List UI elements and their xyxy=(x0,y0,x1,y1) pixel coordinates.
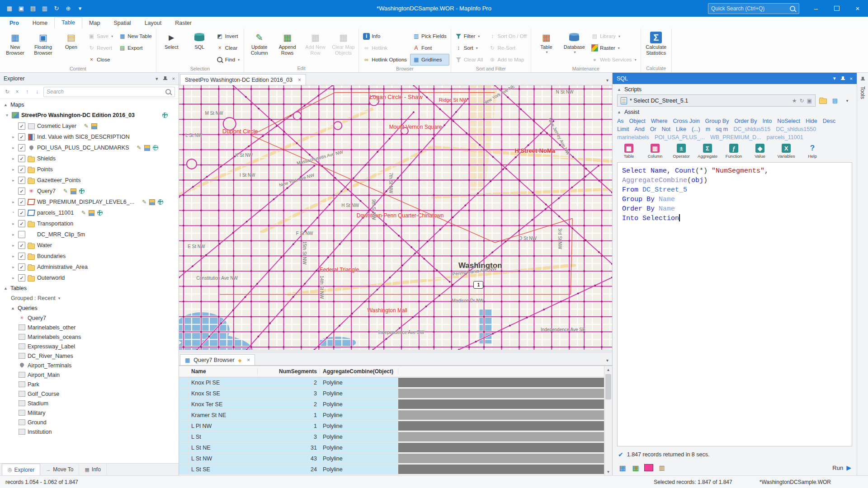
cell-name[interactable]: L St xyxy=(189,432,258,442)
layer-row-poi-usa-plus-dc-landmarks[interactable]: ▸✓POI_USA_PLUS_DC_LANDMARKS✎ xyxy=(0,142,179,153)
cell-object[interactable]: Polyline xyxy=(320,453,398,464)
update-column-button[interactable]: ✎Update Column xyxy=(245,29,273,65)
layer-visibility-checkbox[interactable]: ✓ xyxy=(18,122,25,130)
sql-button[interactable]: SQL xyxy=(186,29,213,66)
save-workspace-icon[interactable]: ▥ xyxy=(40,4,50,14)
clear-button[interactable]: ×Clear xyxy=(214,42,242,54)
layer-row-boundaries[interactable]: ▸✓Boundaries xyxy=(0,251,179,262)
horizontal-splitter[interactable] xyxy=(179,350,612,353)
layer-visibility-checkbox[interactable]: ✓ xyxy=(18,144,25,151)
layer-visibility-checkbox[interactable]: ✓ xyxy=(18,155,25,162)
table-row[interactable]: Kramer St NE1Polyline xyxy=(179,410,604,421)
assist-table-wb-premium-d[interactable]: WB_PREMIUM_D... xyxy=(710,134,761,141)
layer-row-water[interactable]: ▸✓Water xyxy=(0,240,179,251)
dropdown-caret-icon[interactable]: ▾ xyxy=(58,296,61,300)
cell-name[interactable]: L St SE xyxy=(189,464,258,474)
info-button[interactable]: iInfo xyxy=(360,30,410,42)
expander-icon[interactable]: ▸ xyxy=(11,232,16,237)
assist-keyword-cross-join[interactable]: Cross Join xyxy=(673,118,700,124)
assist-tool-aggregate[interactable]: ΣAggregate xyxy=(696,144,719,159)
expander-icon[interactable]: ▾ xyxy=(5,113,9,117)
map-document-row[interactable]: ▾StreetPro Washington-DC Edition 2016_03 xyxy=(0,110,179,121)
assist-keyword-object[interactable]: Object xyxy=(629,118,646,124)
layer-row-cosmetic-layer[interactable]: ✓Cosmetic Layer✎ xyxy=(0,121,179,131)
move-down-icon[interactable]: ↓ xyxy=(33,88,41,95)
cell-object[interactable]: Polyline xyxy=(320,388,398,399)
refresh-icon[interactable]: ↻ xyxy=(4,88,11,95)
panel-menu-icon[interactable]: ▾ xyxy=(156,76,158,82)
query-row-stadium[interactable]: Stadium xyxy=(0,399,179,408)
cell-object[interactable]: Polyline xyxy=(320,410,398,420)
assist-keyword-group-by[interactable]: Group By xyxy=(705,118,729,124)
layer-row-query7[interactable]: ✓✳Query7✎ xyxy=(0,186,179,197)
cell-numsegments[interactable]: 31 xyxy=(258,442,320,453)
open-button[interactable]: ▤Open xyxy=(57,29,85,66)
layer-visibility-checkbox[interactable]: ✓ xyxy=(18,274,25,282)
layer-style-icon[interactable] xyxy=(71,188,76,194)
edit-style-icon[interactable]: ✎ xyxy=(63,188,68,194)
map-window-tab[interactable]: StreetPro Washington-DC Edition 2016_03 … xyxy=(180,74,306,85)
gridlines-button[interactable]: ▦Gridlines xyxy=(410,54,449,66)
layer-row-parcels-11001[interactable]: *✓parcels_11001✎ xyxy=(0,207,179,218)
edit-style-icon[interactable]: ✎ xyxy=(84,123,89,129)
layer-row-ind-value-with-sic8-description[interactable]: ▸✓Ind. Value with SIC8_DESCRIPTION xyxy=(0,131,179,142)
layer-visibility-checkbox[interactable]: ✓ xyxy=(18,209,25,216)
export-button[interactable]: ▤Export xyxy=(116,42,155,54)
assist-table-poi-usa-plus[interactable]: POI_USA_PLUS_... xyxy=(655,134,705,141)
panel-tab-move-to[interactable]: →Move To xyxy=(40,464,79,475)
expander-icon[interactable]: ▸ xyxy=(11,145,16,150)
cell-name[interactable]: L Pl NW xyxy=(189,421,258,431)
ribbon-tab-map[interactable]: Map xyxy=(82,18,107,28)
ribbon-tab-spatial[interactable]: Spatial xyxy=(107,18,137,28)
cell-name[interactable]: Knox Ter SE xyxy=(189,399,258,409)
collapse-icon[interactable]: ▲ xyxy=(617,110,621,114)
scripts-section-header[interactable]: ▲ Scripts xyxy=(613,84,857,94)
script-dropdown-icon[interactable]: ▾ xyxy=(842,95,852,106)
append-rows-button[interactable]: ▦Append Rows xyxy=(274,29,301,65)
assist-keyword-like[interactable]: Like xyxy=(676,126,686,132)
table-row[interactable]: L St3Polyline xyxy=(179,432,604,442)
table-row[interactable]: Knox St SE3Polyline xyxy=(179,388,604,399)
window-list-dropdown-icon[interactable]: ▾ xyxy=(606,78,609,83)
layer-style-icon[interactable] xyxy=(149,199,155,205)
query-row-marinelabels-other[interactable]: Marinelabels_other xyxy=(0,323,179,332)
layer-style-icon[interactable] xyxy=(89,210,94,216)
quick-search-input[interactable] xyxy=(708,5,790,12)
assist-tool-function[interactable]: ƒFunction xyxy=(722,144,745,159)
cell-object[interactable]: Polyline xyxy=(320,432,398,442)
assist-table-marinelabels[interactable]: marinelabels xyxy=(617,134,649,141)
new-browser-icon[interactable]: ▣ xyxy=(16,4,26,14)
move-up-icon[interactable]: ↑ xyxy=(24,88,31,95)
assist-keyword-into[interactable]: Into xyxy=(762,118,772,124)
table-row[interactable]: L Pl NW1Polyline xyxy=(179,421,604,432)
view-grid-button[interactable]: ▦ xyxy=(631,463,640,472)
assist-table-dc-shldus515[interactable]: DC_shldus515 xyxy=(733,126,770,132)
refresh-script-icon[interactable]: ↻ xyxy=(800,98,804,104)
floating-browser-button[interactable]: ▣Floating Browser xyxy=(29,29,57,66)
zoom-to-layer-icon[interactable] xyxy=(158,199,163,205)
cell-name[interactable]: Knox Pl SE xyxy=(189,377,258,388)
save-script-icon[interactable]: ▣ xyxy=(807,98,812,104)
scroll-up-icon[interactable]: ▲ xyxy=(604,366,612,373)
assist-tool-help[interactable]: ?Help xyxy=(801,144,824,159)
assist-tool-column[interactable]: ▥Column xyxy=(643,144,667,159)
cell-object[interactable]: Polyline xyxy=(320,442,398,453)
filter-button[interactable]: Filter▾ xyxy=(453,30,486,42)
table-row[interactable]: L St NW43Polyline xyxy=(179,453,604,464)
table-row[interactable]: L St SE24Polyline xyxy=(179,464,604,475)
close-icon[interactable]: × xyxy=(850,76,853,81)
row-selector[interactable] xyxy=(179,388,189,399)
table-row[interactable]: Knox Pl SE2Polyline xyxy=(179,377,604,388)
query-row-golf-course[interactable]: Golf_Course xyxy=(0,389,179,399)
tools-tab[interactable]: Tools xyxy=(859,86,866,99)
customize-qat-icon[interactable]: ▾ xyxy=(75,4,85,14)
column-header-aggregatecombine[interactable]: AggregateCombine(Object) xyxy=(320,368,398,375)
layer-visibility-checkbox[interactable]: ✓ xyxy=(18,188,25,195)
layer-style-icon[interactable] xyxy=(91,123,97,129)
layer-row-outerworld[interactable]: ▸✓Outerworld xyxy=(0,272,179,283)
hotlink-options-button[interactable]: ∞Hotlink Options xyxy=(360,54,410,66)
assist-keyword-noselect[interactable]: NoSelect xyxy=(777,118,800,124)
close-icon[interactable]: × xyxy=(172,76,175,81)
expander-icon[interactable]: ▸ xyxy=(11,243,16,248)
cell-object[interactable]: Polyline xyxy=(320,464,398,474)
